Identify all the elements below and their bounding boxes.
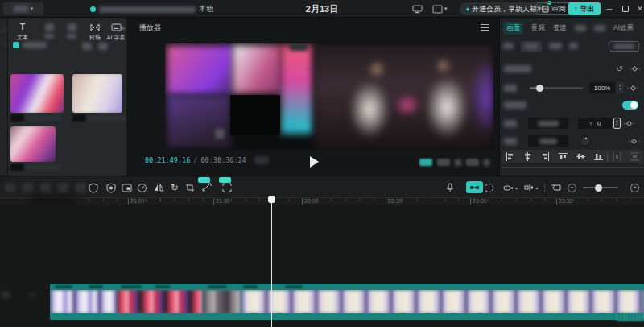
keyframe-control[interactable]: ‹› <box>629 138 640 145</box>
preview-canvas[interactable] <box>165 43 493 150</box>
track-mute-icon[interactable] <box>29 294 36 296</box>
text-icon: T <box>20 22 25 32</box>
audio-waveform[interactable] <box>617 313 644 321</box>
tab-picture[interactable]: 画面 <box>503 22 523 35</box>
position-x-input[interactable] <box>528 118 568 129</box>
tab-blurred-2[interactable] <box>61 22 82 39</box>
video-clip[interactable] <box>50 284 644 320</box>
quality-badge[interactable] <box>419 159 432 166</box>
keyframe-control[interactable]: ‹› <box>623 120 634 127</box>
subtab-selected[interactable] <box>521 41 542 52</box>
media-view-tools[interactable] <box>82 43 108 50</box>
timeline-tracks[interactable] <box>0 205 644 327</box>
project-status-icon <box>90 6 96 12</box>
ratio-badge[interactable] <box>437 159 450 166</box>
expand-icon[interactable] <box>484 159 489 166</box>
slider-handle[interactable] <box>536 85 543 92</box>
properties-panel: 画面 音频 变速 AI效果 ↺ ‹› <box>499 18 644 176</box>
timeline-zoom-slider[interactable] <box>583 187 618 188</box>
tab-text[interactable]: T 文本 <box>12 22 33 42</box>
align-right-button[interactable] <box>537 152 555 161</box>
total-timecode: 00:30:36:24 <box>200 156 246 164</box>
align-left-button[interactable] <box>502 152 519 161</box>
time-ruler[interactable]: 21:00 21:30 22:00 22:30 23:00 23:30 <box>0 198 644 205</box>
category-rail[interactable] <box>0 18 8 176</box>
subtab-blurred[interactable] <box>549 43 562 49</box>
slider-handle[interactable] <box>595 184 602 192</box>
toolbar-icon-blurred[interactable] <box>23 183 33 192</box>
maximize-button[interactable] <box>618 0 633 18</box>
expand-panel-icon[interactable]: » <box>121 24 125 32</box>
zoom-out-button[interactable]: − <box>566 182 578 193</box>
linkage-button[interactable] <box>483 182 495 193</box>
media-folder-row[interactable] <box>13 42 47 48</box>
display-mode-icon[interactable] <box>412 3 423 14</box>
distribute-h-button[interactable] <box>608 152 625 161</box>
track-header-icon[interactable] <box>2 292 10 298</box>
scale-badge[interactable] <box>466 159 479 166</box>
player-view-controls[interactable] <box>419 159 489 166</box>
align-top-button[interactable] <box>555 152 572 161</box>
align-center-v-button[interactable] <box>572 152 590 161</box>
rotation-dial[interactable] <box>580 135 591 147</box>
beautify-button[interactable] <box>609 41 639 52</box>
zoom-in-button[interactable]: + <box>629 182 641 193</box>
layout-switcher[interactable]: ▾ <box>432 3 448 14</box>
tab-blurred-2[interactable] <box>594 25 605 31</box>
scale-value-input[interactable]: 100% <box>589 82 615 93</box>
play-button[interactable] <box>310 156 319 168</box>
player-menu-icon[interactable] <box>481 24 489 31</box>
tab-audio[interactable]: 音频 <box>531 23 545 33</box>
fullscreen-icon[interactable] <box>455 159 461 166</box>
toolbar-icon-blurred[interactable] <box>5 183 15 192</box>
vip-badge <box>198 177 210 183</box>
marker-button[interactable] <box>550 182 562 193</box>
tab-ai-effects[interactable]: AI效果 <box>613 23 634 33</box>
export-button[interactable]: ↑ 导出 <box>568 2 601 15</box>
minimize-button[interactable]: ─ <box>602 0 617 18</box>
toolbar-icon-blurred[interactable] <box>40 183 51 192</box>
duration-badge <box>10 114 23 122</box>
view-icon <box>98 43 108 50</box>
crop-tool-button[interactable] <box>184 182 196 193</box>
playhead-line[interactable] <box>271 196 272 327</box>
tab-blurred-1[interactable] <box>39 22 60 39</box>
keyframe-control[interactable]: ‹› <box>630 65 641 72</box>
media-thumbnail-1[interactable] <box>10 74 64 113</box>
scale-slider[interactable] <box>530 87 583 89</box>
review-button[interactable]: 审阅 <box>536 2 572 15</box>
reset-icon[interactable]: ↺ <box>616 64 622 73</box>
close-button[interactable]: × <box>633 0 644 18</box>
scale-stepper[interactable]: ▴▾ <box>617 82 624 93</box>
rotate-tool-button[interactable]: ↻ <box>168 182 180 193</box>
quality-tool-button[interactable] <box>221 182 233 193</box>
mask-tool-button[interactable] <box>87 182 99 193</box>
speed-tool-button[interactable] <box>136 182 148 193</box>
position-y-input[interactable]: Y 0 <box>578 118 612 129</box>
tab-blurred-1[interactable] <box>575 25 586 31</box>
align-center-h-button[interactable] <box>519 152 537 161</box>
media-thumbnail-2[interactable] <box>72 74 122 113</box>
uniform-scale-toggle[interactable] <box>622 101 638 110</box>
subtab-blurred[interactable] <box>569 43 578 49</box>
preview-axis-dropdown[interactable]: ▾ <box>500 182 521 193</box>
tab-speed[interactable]: 变速 <box>553 23 567 33</box>
pip-tool-button[interactable] <box>121 182 133 193</box>
toolbar-icon-blurred[interactable] <box>58 183 68 192</box>
position-y-stepper[interactable]: ▴▾ <box>613 118 621 129</box>
record-audio-button[interactable] <box>444 182 456 193</box>
mirror-tool-button[interactable] <box>153 182 165 193</box>
distribute-v-button[interactable] <box>625 152 643 161</box>
subtab-blurred[interactable] <box>503 43 514 49</box>
media-thumbnail-3[interactable] <box>10 126 56 162</box>
toolbar-icon-blurred[interactable] <box>76 183 86 192</box>
matting-tool-button[interactable] <box>105 182 117 193</box>
menu-button[interactable]: ▾ <box>3 2 43 15</box>
tab-transition[interactable]: 转场 <box>85 22 105 42</box>
track-height-dropdown[interactable]: ▾ <box>521 182 542 193</box>
enhance-tool-button[interactable] <box>200 182 213 193</box>
snap-toggle-button[interactable] <box>466 181 483 193</box>
keyframe-control[interactable]: ‹› <box>627 85 638 92</box>
align-bottom-button[interactable] <box>589 152 607 161</box>
rotation-input[interactable] <box>528 135 568 147</box>
